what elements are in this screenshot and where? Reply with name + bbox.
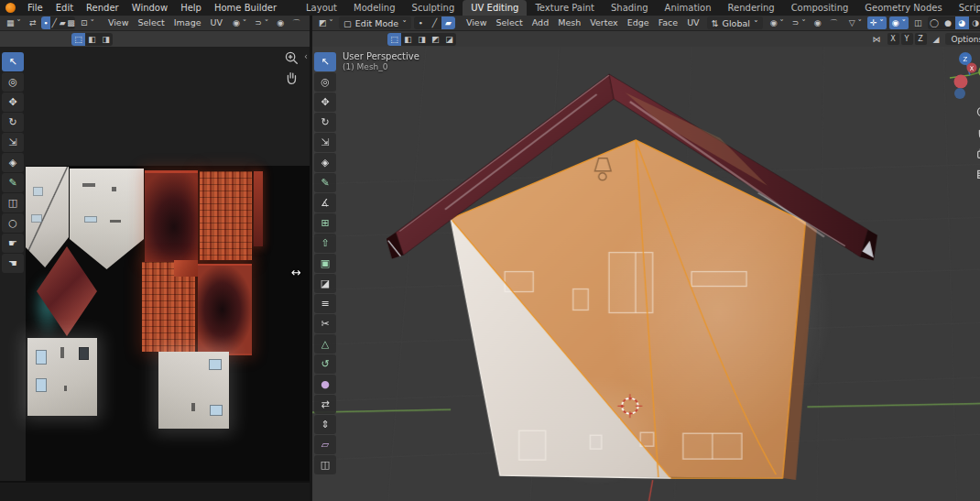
vp-visibility-dropdown[interactable]: ▽ ˅ (846, 16, 865, 29)
vp-select-mode-intersect[interactable]: ◪ (442, 33, 456, 46)
uv-proportional-toggle[interactable]: ◉ (274, 16, 287, 29)
uv-vertex-select[interactable]: ∙ (41, 16, 49, 29)
uv-edge-select[interactable]: ╱ (50, 16, 59, 29)
axis-button[interactable]: Z (915, 33, 927, 45)
mirror-icon[interactable]: ⋈ (870, 33, 884, 46)
tab-modeling[interactable]: Modeling (345, 0, 404, 16)
transform-orientation-dropdown[interactable]: ⇅ Global ˅ (707, 16, 763, 29)
shading-solid[interactable]: ● (942, 16, 955, 29)
menu-file[interactable]: File (21, 0, 49, 16)
tab-geometry-nodes[interactable]: Geometry Nodes (856, 0, 950, 16)
vp-tool-tweak[interactable]: ↖ (314, 52, 336, 71)
pan-hand-icon[interactable] (974, 124, 980, 142)
vp-face-select[interactable]: ▰ (441, 16, 455, 29)
vp-tool-add-cube[interactable]: ⊞ (314, 213, 336, 233)
uv-select-mode-extend[interactable]: ◧ (85, 33, 99, 46)
uv-face-select[interactable]: ▰ (59, 16, 67, 29)
uv-tool-scale[interactable]: ⇲ (2, 133, 24, 152)
vp-gizmo-toggle[interactable]: ✛ ˅ (867, 16, 887, 29)
vp-menu-vertex[interactable]: Vertex (585, 16, 623, 30)
uv-tool-cursor[interactable]: ◎ (2, 72, 24, 92)
vp-select-mode-extend[interactable]: ◧ (401, 33, 415, 46)
vp-tool-poly-build[interactable]: △ (314, 334, 336, 354)
uv-select-mode-subtract[interactable]: ◨ (99, 33, 113, 46)
options-dropdown[interactable]: Options ˅ (945, 33, 980, 45)
vp-menu-add[interactable]: Add (528, 16, 553, 30)
zoom-icon[interactable] (974, 103, 980, 122)
vp-tool-rotate[interactable]: ↻ (314, 113, 336, 132)
splitter-resize-cursor[interactable]: ↔ (291, 266, 301, 279)
blender-logo-icon[interactable] (5, 3, 16, 13)
uv-menu-image[interactable]: Image (169, 16, 206, 30)
tab-rendering[interactable]: Rendering (720, 0, 783, 16)
vp-proportional-toggle[interactable]: ◉ (811, 16, 824, 29)
vp-tool-rip-region[interactable]: ◫ (314, 455, 336, 474)
shading-material-preview[interactable]: ◕ (955, 16, 969, 29)
vp-tool-measure[interactable]: ∡ (314, 193, 336, 212)
vp-edge-select[interactable]: ╱ (428, 16, 441, 29)
vp-menu-select[interactable]: Select (491, 16, 527, 30)
uv-menu-view[interactable]: View (103, 16, 134, 30)
vp-tool-move[interactable]: ✥ (314, 93, 336, 112)
vp-tool-loop-cut[interactable]: ≡ (314, 294, 336, 313)
vp-pivot-dropdown[interactable]: ◉ ˅ (768, 16, 787, 29)
vp-tool-spin[interactable]: ↺ (314, 354, 336, 374)
vp-tool-bevel[interactable]: ◪ (314, 274, 336, 293)
vp-tool-cursor[interactable]: ◎ (314, 72, 336, 92)
axis-button[interactable]: Y (901, 33, 913, 45)
vp-snap-magnet[interactable]: ⊃ ˅ (789, 16, 809, 29)
vp-tool-transform[interactable]: ◈ (314, 153, 336, 172)
uv-tool-move[interactable]: ✥ (2, 93, 24, 112)
uv-falloff-dropdown[interactable]: ⌒ (289, 16, 303, 29)
vp-tool-shear[interactable]: ▱ (314, 435, 336, 454)
uv-select-mode-new[interactable]: ⬚ (71, 33, 85, 46)
shading-rendered[interactable]: ◑ (969, 16, 980, 29)
uv-sync-selection-icon[interactable]: ⇄ (27, 16, 39, 29)
editor-type-dropdown[interactable]: ▦ ˅ (4, 16, 24, 29)
menu-help[interactable]: Help (174, 0, 208, 16)
vp-menu-view[interactable]: View (462, 16, 492, 30)
uv-tool-tweak[interactable]: ↖ (2, 52, 24, 71)
mode-dropdown[interactable]: ▢ Edit Mode ˅ (339, 16, 411, 29)
uv-sidebar-toggle[interactable]: ‹ (304, 51, 308, 61)
tab-uv-editing[interactable]: UV Editing (463, 0, 527, 16)
vp-vertex-select[interactable]: ∙ (414, 16, 428, 29)
vp-tool-inset-faces[interactable]: ▣ (314, 254, 336, 273)
menu-render[interactable]: Render (80, 0, 125, 16)
vp-tool-knife[interactable]: ✂ (314, 314, 336, 333)
shading-wireframe[interactable]: ◯ (928, 16, 942, 29)
uv-tool-pinch[interactable]: ☚ (2, 254, 24, 273)
uv-island-select[interactable]: ▩ (67, 16, 75, 29)
vp-select-mode-invert[interactable]: ◩ (429, 33, 442, 46)
vp-select-mode-subtract[interactable]: ◨ (415, 33, 429, 46)
uv-menu-uv[interactable]: UV (206, 16, 227, 30)
vp-tool-edge-slide[interactable]: ⇄ (314, 395, 336, 414)
tab-scripting[interactable]: Scripting (951, 0, 980, 16)
uv-tool-transform[interactable]: ◈ (2, 153, 24, 172)
vp-menu-mesh[interactable]: Mesh (553, 16, 585, 30)
vp-tool-shrink-fatten[interactable]: ⇕ (314, 415, 336, 434)
uv-sticky-dropdown[interactable]: ⊡ ˅ (78, 16, 97, 29)
vp-menu-face[interactable]: Face (654, 16, 682, 30)
snap-falloff-icon[interactable]: ◢ (931, 33, 942, 46)
uv-menu-select[interactable]: Select (133, 16, 169, 30)
vp-select-mode-new[interactable]: ⬚ (387, 33, 401, 46)
tab-sculpting[interactable]: Sculpting (404, 0, 463, 16)
tab-shading[interactable]: Shading (603, 0, 657, 16)
vp-tool-extrude-region[interactable]: ⇧ (314, 234, 336, 253)
uv-tool-rip-region[interactable]: ◫ (2, 193, 24, 212)
navigation-gizmo[interactable]: Z X (948, 50, 980, 103)
menu-home-builder[interactable]: Home Builder (208, 0, 283, 16)
pan-hand-icon[interactable] (282, 69, 300, 87)
uv-tool-relax[interactable]: ○ (2, 213, 24, 233)
menu-window[interactable]: Window (125, 0, 174, 16)
uv-tool-rotate[interactable]: ↻ (2, 113, 24, 132)
editor-type-dropdown[interactable]: ◩ ˅ (316, 16, 336, 29)
vp-tool-smooth[interactable]: ● (314, 375, 336, 394)
vp-falloff-dropdown[interactable]: ⌒ (827, 16, 841, 29)
uv-tool-grab[interactable]: ☛ (2, 234, 24, 253)
vp-overlays-toggle[interactable]: ◉ ˅ (889, 16, 909, 29)
uv-snap-dropdown[interactable]: ⊃ ˅ (252, 16, 271, 29)
vp-tool-annotate[interactable]: ✎ (314, 173, 336, 192)
tab-layout[interactable]: Layout (298, 0, 345, 16)
